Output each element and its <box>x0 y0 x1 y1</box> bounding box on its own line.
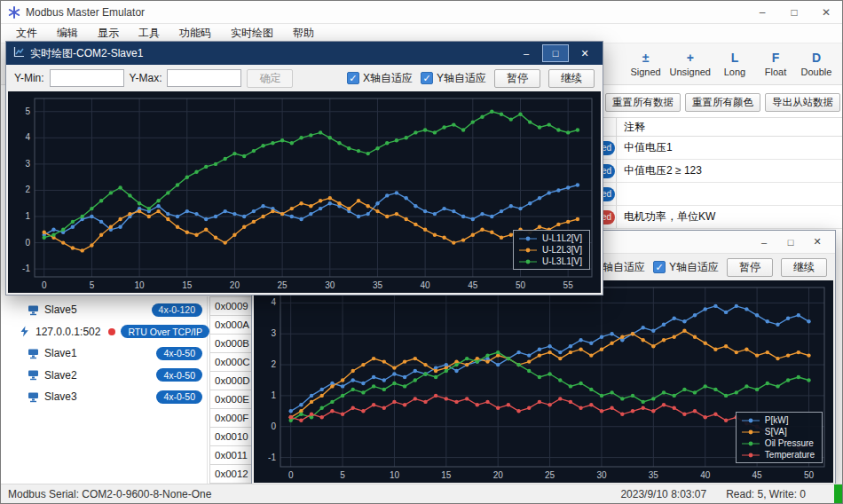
menu-item-6[interactable]: 实时绘图 <box>221 26 283 41</box>
svg-text:15: 15 <box>441 470 452 480</box>
menu-item-1[interactable]: 文件 <box>6 26 47 41</box>
toolbar-float-button[interactable]: FFloat <box>759 51 792 77</box>
register-range-badge: 4x-0-50 <box>156 347 202 360</box>
connection-icon <box>19 326 30 337</box>
plot-window-title: 实时绘图-COM2-Slave1 <box>30 46 143 61</box>
register-address-column: 0x00090x000A0x000B0x000C0x000D0x000E0x00… <box>209 296 255 484</box>
table-row[interactable]: ed中值电压1 <box>590 137 843 160</box>
close-icon[interactable]: ✕ <box>810 1 842 23</box>
x-autoscale-checkbox[interactable] <box>347 72 359 84</box>
pause-button[interactable]: 暂停 <box>727 258 773 277</box>
minimize-icon[interactable]: – <box>513 44 540 62</box>
y-max-input[interactable] <box>167 69 241 87</box>
address-cell-0x000F[interactable]: 0x000F <box>209 409 255 428</box>
address-cell-0x000B[interactable]: 0x000B <box>209 335 255 353</box>
legend-marker-icon <box>742 417 760 424</box>
legend-series-label: S[VA] <box>765 427 787 437</box>
plot2-y-autoscale: Y轴自适应 <box>653 260 719 275</box>
realtime-chart-2: -10123405101520253035404550P[kW]S[VA]Oil… <box>254 280 833 483</box>
plot-window-com2-slave1: 实时绘图-COM2-Slave1 – □ ✕ Y-Min: Y-Max: 确定 … <box>5 41 603 295</box>
status-read-write: Read: 5, Write: 0 <box>726 488 806 500</box>
maximize-icon[interactable]: □ <box>778 1 810 23</box>
register-range-badge: 4x-0-50 <box>156 390 202 404</box>
svg-text:2: 2 <box>271 359 276 369</box>
app-titlebar[interactable]: Modbus Master Emulator – □ ✕ <box>1 1 842 24</box>
svg-text:10: 10 <box>135 280 146 290</box>
svg-text:5: 5 <box>90 280 95 290</box>
legend-item: U-L1L2[V] <box>519 233 582 243</box>
unsigned-icon: + <box>687 51 694 65</box>
svg-text:5: 5 <box>25 106 30 116</box>
y-min-input[interactable] <box>50 69 124 87</box>
address-cell-0x0011[interactable]: 0x0011 <box>209 446 255 465</box>
legend-item: S[VA] <box>742 427 815 437</box>
plot1-x-autoscale: X轴自适应 <box>347 71 413 86</box>
menu-item-3[interactable]: 显示 <box>88 26 129 41</box>
chart-legend: P[kW]S[VA]Oil PressureTemperature <box>736 412 823 463</box>
y-max-label: Y-Max: <box>130 72 162 84</box>
reset-all-colors-button[interactable]: 重置所有颜色 <box>685 93 760 112</box>
svg-text:0: 0 <box>42 280 47 290</box>
continue-button[interactable]: 继续 <box>781 258 827 277</box>
pause-button[interactable]: 暂停 <box>494 69 540 88</box>
chart-icon <box>13 45 25 61</box>
close-icon[interactable]: ✕ <box>804 233 831 251</box>
toolbar-double-button[interactable]: DDouble <box>800 51 833 77</box>
device-tree-sidebar: Slave54x-0-120127.0.0.1:502RTU Over TCP/… <box>1 296 208 484</box>
slave-icon <box>28 304 39 316</box>
toolbar-long-button[interactable]: LLong <box>718 51 752 77</box>
maximize-icon[interactable]: □ <box>542 44 569 62</box>
address-cell-0x0010[interactable]: 0x0010 <box>209 428 255 446</box>
table-row[interactable]: ed中值电压2 ≥ 123 <box>590 160 843 183</box>
app-title: Modbus Master Emulator <box>26 6 145 19</box>
menu-item-4[interactable]: 工具 <box>129 26 169 41</box>
reset-all-data-button[interactable]: 重置所有数据 <box>605 93 681 112</box>
minimize-icon[interactable]: – <box>746 1 778 23</box>
plot1-y-autoscale: Y轴自适应 <box>421 71 486 86</box>
export-slave-data-button[interactable]: 导出从站数据 <box>765 93 840 112</box>
address-cell-0x000E[interactable]: 0x000E <box>209 390 255 409</box>
menu-item-2[interactable]: 编辑 <box>47 26 88 41</box>
sidebar-item-label: Slave2 <box>44 369 77 382</box>
close-icon[interactable]: ✕ <box>571 44 598 62</box>
menu-item-7[interactable]: 帮助 <box>283 26 324 41</box>
y-autoscale-checkbox[interactable] <box>653 261 666 273</box>
sidebar-item-slave5[interactable]: Slave54x-0-120 <box>1 299 207 321</box>
svg-text:4: 4 <box>25 132 30 142</box>
y-autoscale-checkbox[interactable] <box>421 72 433 84</box>
maximize-icon[interactable]: □ <box>777 233 804 251</box>
register-range-badge: RTU Over TCP/IP <box>121 325 209 338</box>
table-row[interactable]: ed电机功率，单位KW <box>590 206 843 229</box>
legend-item: U-L3L1[V] <box>519 256 582 266</box>
table-row[interactable]: ed <box>590 183 843 206</box>
address-cell-0x0012[interactable]: 0x0012 <box>209 465 255 484</box>
legend-marker-icon <box>519 247 537 254</box>
slave-icon <box>28 348 39 359</box>
svg-text:30: 30 <box>325 280 335 290</box>
continue-button[interactable]: 继续 <box>548 69 595 88</box>
confirm-button[interactable]: 确定 <box>247 69 293 88</box>
address-cell-0x000D[interactable]: 0x000D <box>209 372 255 390</box>
table-body: ed中值电压1ed中值电压2 ≥ 123eded电机功率，单位KW <box>590 137 843 229</box>
plot1-titlebar[interactable]: 实时绘图-COM2-Slave1 – □ ✕ <box>6 42 603 65</box>
address-cell-0x000A[interactable]: 0x000A <box>209 316 255 335</box>
toolbar-unsigned-button[interactable]: +Unsigned <box>670 51 711 77</box>
svg-text:0: 0 <box>288 470 294 480</box>
row-comment-cell: 中值电压1 <box>617 140 843 155</box>
svg-text:45: 45 <box>752 470 763 480</box>
window-controls: – □ ✕ <box>746 1 842 23</box>
double-icon: D <box>812 51 821 65</box>
svg-text:10: 10 <box>390 470 400 480</box>
sidebar-item-slave2[interactable]: Slave24x-0-50 <box>1 365 207 387</box>
toolbar-item-label: Long <box>724 67 745 77</box>
menu-item-5[interactable]: 功能码 <box>169 26 221 41</box>
app-logo-icon <box>8 6 20 19</box>
address-cell-0x0009[interactable]: 0x0009 <box>209 296 255 316</box>
sidebar-item-slave3[interactable]: Slave34x-0-50 <box>1 386 207 408</box>
minimize-icon[interactable]: – <box>751 233 777 251</box>
toolbar-signed-button[interactable]: ±Signed <box>629 51 663 77</box>
address-cell-0x000C[interactable]: 0x000C <box>209 353 255 372</box>
sidebar-item-127-0-0-1-502[interactable]: 127.0.0.1:502RTU Over TCP/IP <box>1 321 207 343</box>
sidebar-item-slave1[interactable]: Slave14x-0-50 <box>1 343 207 365</box>
status-serial-info: Modbus Serial: COM2-0-9600-8-None-One <box>1 488 211 500</box>
